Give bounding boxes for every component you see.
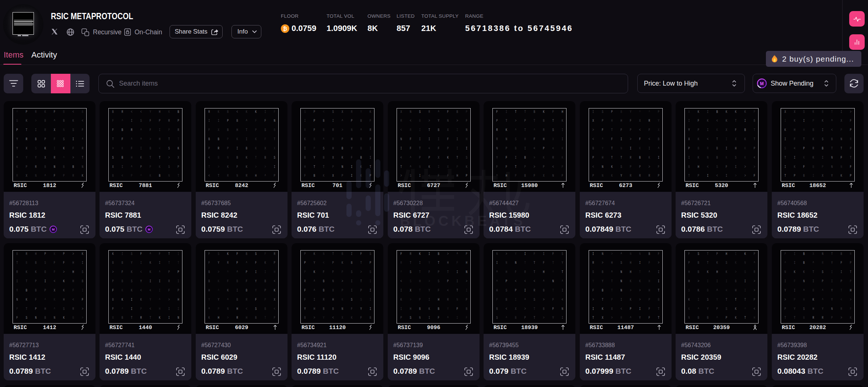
svg-text:M: M <box>147 228 150 231</box>
svg-text:M: M <box>52 228 55 231</box>
svg-text:M: M <box>760 81 764 86</box>
svg-text:₿: ₿ <box>283 25 287 31</box>
